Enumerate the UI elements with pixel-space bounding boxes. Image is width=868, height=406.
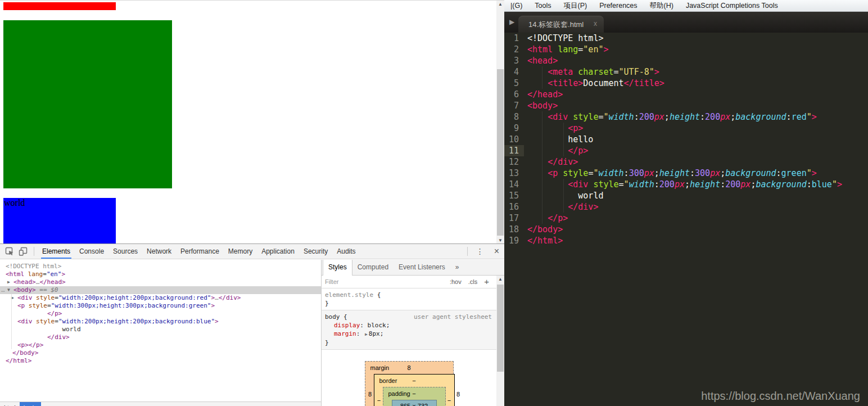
devtools-tab-memory[interactable]: Memory <box>224 244 257 259</box>
devtools-tab-sources[interactable]: Sources <box>108 244 142 259</box>
token <box>17 310 47 317</box>
editor-tab[interactable]: 14.标签嵌套.html x <box>518 16 604 33</box>
padding-label: padding <box>388 388 410 400</box>
code-area[interactable]: 1<!DOCTYPE html>2<html lang="en">3<head>… <box>504 33 868 406</box>
token: height <box>659 168 690 178</box>
scroll-up-icon[interactable]: ▲ <box>496 1 504 8</box>
line-number: 12 <box>504 156 524 168</box>
menu-item[interactable]: 项目(P) <box>557 1 593 11</box>
menu-item[interactable]: Preferences <box>593 2 643 10</box>
more-options-icon[interactable]: ⋮ <box>471 247 489 256</box>
code-line[interactable]: 7<body> <box>504 100 868 111</box>
styles-scrollbar[interactable]: ▲ <box>496 276 504 406</box>
inspect-element-icon[interactable] <box>3 246 16 257</box>
sidebar-tab-event-listeners[interactable]: Event Listeners <box>394 260 450 275</box>
code-line[interactable]: 19</html> <box>504 235 868 246</box>
expand-shorthand-icon[interactable]: ▶ <box>364 332 369 337</box>
tab-close-icon[interactable]: x <box>594 20 597 28</box>
line-content: <title>Document</title> <box>524 78 664 89</box>
code-line[interactable]: 5 <title>Document</title> <box>504 78 868 89</box>
code-line[interactable]: 2<html lang="en"> <box>504 44 868 55</box>
sidebar-toggle-icon[interactable]: ▶ <box>509 18 514 26</box>
sidebar-tab-computed[interactable]: Computed <box>352 260 394 275</box>
breadcrumb-item-body[interactable]: body <box>20 402 41 406</box>
dom-tree-row[interactable]: </p> <box>0 310 321 318</box>
toggle-hover-button[interactable]: :hov <box>446 278 465 285</box>
margin-top-value[interactable]: 8 <box>407 364 410 371</box>
border-top-value[interactable]: − <box>412 377 415 384</box>
margin-left-value[interactable]: 8 <box>367 391 374 398</box>
dom-tree-row[interactable]: <p style="width:300px;height:300px;backg… <box>0 302 321 310</box>
dom-tree-row[interactable]: world <box>0 326 321 333</box>
code-line[interactable]: 8 <div style="width:200px;height:200px;b… <box>504 111 868 123</box>
code-line[interactable]: 1<!DOCTYPE html> <box>504 33 868 44</box>
devtools-tab-performance[interactable]: Performance <box>176 244 224 259</box>
devtools-tab-security[interactable]: Security <box>299 244 332 259</box>
code-line[interactable]: 17 </p> <box>504 213 868 224</box>
border-left-value[interactable]: − <box>376 397 383 404</box>
rule-element-style[interactable]: element.style { } <box>322 288 496 310</box>
dom-tree-row[interactable]: <html lang="en"> <box>0 270 321 278</box>
toggle-class-button[interactable]: .cls <box>465 278 481 285</box>
devtools-tab-elements[interactable]: Elements <box>38 244 75 259</box>
scroll-up-icon[interactable]: ▲ <box>496 276 504 283</box>
device-toolbar-icon[interactable] <box>17 246 29 257</box>
devtools-tab-console[interactable]: Console <box>75 244 108 259</box>
code-line[interactable]: 11 </p> <box>504 145 868 156</box>
close-devtools-icon[interactable]: × <box>489 246 504 256</box>
menu-item[interactable]: 帮助(H) <box>644 1 680 11</box>
devtools-tab-audits[interactable]: Audits <box>332 244 360 259</box>
box-model-padding[interactable]: padding − − 865 × 732 − <box>383 387 446 406</box>
code-line[interactable]: 9 <p> <box>504 123 868 134</box>
devtools-tab-application[interactable]: Application <box>257 244 299 259</box>
padding-left-value[interactable]: − <box>385 403 392 406</box>
collapse-icon[interactable]: ▼ <box>7 286 10 294</box>
code-line[interactable]: 10 hello <box>504 134 868 145</box>
code-line[interactable]: 13 <p style="width:300px;height:300px;ba… <box>504 168 868 179</box>
breadcrumb-item-html[interactable]: html <box>0 402 20 406</box>
sidebar-tabs-overflow-icon[interactable]: » <box>450 260 464 275</box>
filter-input[interactable]: Filter <box>325 278 446 285</box>
dom-tree-row[interactable]: <!DOCTYPE html> <box>0 263 321 270</box>
menu-item[interactable]: Tools <box>528 2 557 10</box>
margin-right-value[interactable]: 8 <box>455 391 462 398</box>
code-line[interactable]: 15 world <box>504 190 868 201</box>
dom-tree-row[interactable]: <div style="width:200px;height:200px;bac… <box>0 318 321 326</box>
expand-icon[interactable]: ▶ <box>7 278 10 286</box>
dom-tree-row[interactable]: </body> <box>0 349 321 357</box>
dom-tree-row[interactable]: </html> <box>0 357 321 365</box>
code-line[interactable]: 16 </div> <box>504 201 868 213</box>
padding-top-value[interactable]: − <box>412 390 415 397</box>
dom-tree-row[interactable]: ▶<div style="width:200px;height:200px;ba… <box>0 294 321 302</box>
dom-tree-row[interactable]: ▶<head>…</head> <box>0 278 321 286</box>
border-right-value[interactable]: − <box>446 397 453 404</box>
code-lines: 1<!DOCTYPE html>2<html lang="en">3<head>… <box>504 33 868 246</box>
browser-scrollbar[interactable]: ▲ ▼ <box>496 1 504 244</box>
box-model-margin[interactable]: margin 8 8 border − − <box>365 361 454 406</box>
code-line[interactable]: 6</head> <box>504 89 868 100</box>
rule-body-useragent[interactable]: user agent stylesheet body { display: bl… <box>322 310 496 350</box>
styles-scrollbar-thumb[interactable] <box>497 285 504 372</box>
code-line[interactable]: 3<head> <box>504 55 868 66</box>
token: = <box>43 270 47 278</box>
code-line[interactable]: 4 <meta charset="UTF-8"> <box>504 66 868 78</box>
sidebar-tab-styles[interactable]: Styles <box>323 260 352 276</box>
box-model-border[interactable]: border − − padding − <box>374 374 455 406</box>
dom-tree-row[interactable]: <p></p> <box>0 341 321 349</box>
more-actions-icon[interactable]: … <box>1 286 5 294</box>
line-number: 8 <box>504 111 524 123</box>
code-line[interactable]: 12 </div> <box>504 156 868 168</box>
code-line[interactable]: 14 <div style="width:200px;height:200px;… <box>504 179 868 190</box>
menu-item[interactable]: |(G) <box>504 2 528 10</box>
devtools-tab-network[interactable]: Network <box>142 244 176 259</box>
padding-right-value[interactable]: − <box>437 403 444 406</box>
css-property[interactable]: margin: ▶8px; <box>325 330 493 339</box>
box-model-content[interactable]: 865 × 732 <box>392 400 437 406</box>
css-property[interactable]: display: block; <box>325 321 493 330</box>
browser-scrollbar-thumb[interactable] <box>497 69 504 236</box>
code-line[interactable]: 18</body> <box>504 224 868 235</box>
menu-item[interactable]: JavaScript Completions Tools <box>680 2 784 10</box>
new-style-rule-button[interactable]: + <box>481 277 490 286</box>
dom-tree-row[interactable]: …▼<body> == $0 <box>0 286 321 294</box>
dom-tree-row[interactable]: </div> <box>0 333 321 341</box>
